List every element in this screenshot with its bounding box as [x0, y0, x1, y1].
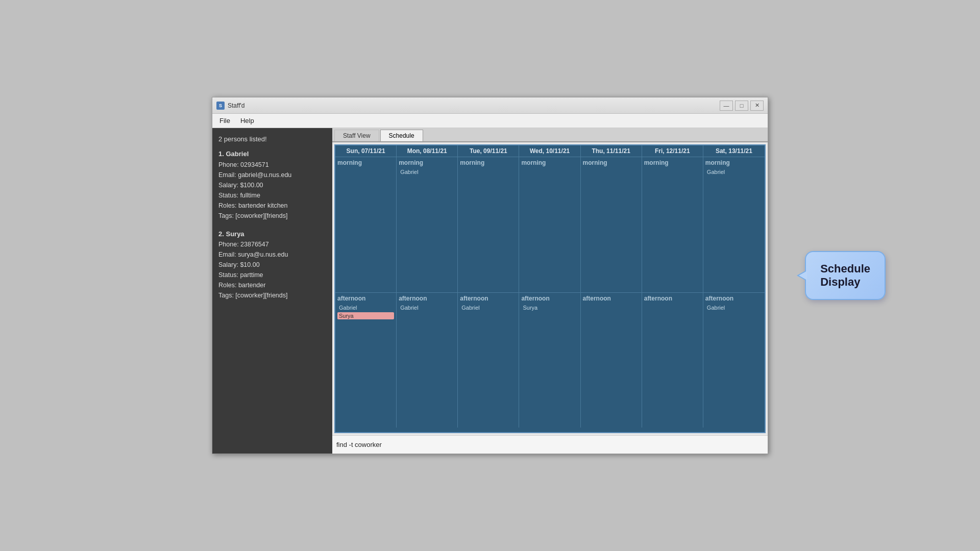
command-bar: [332, 435, 768, 454]
person-2-name: 2. Surya: [218, 229, 326, 240]
header-sun: Sun, 07/11/21: [335, 145, 397, 157]
tue-morning-label: morning: [460, 159, 517, 166]
person-2-salary: Salary: $10.00: [218, 260, 326, 270]
schedule-display-callout: Schedule Display: [805, 251, 886, 300]
tue-afternoon-gabriel: Gabriel: [460, 304, 517, 311]
fri-afternoon-label: afternoon: [644, 295, 701, 302]
header-mon: Mon, 08/11/21: [397, 145, 458, 157]
sat-morning-gabriel: Gabriel: [705, 168, 763, 176]
schedule-area: Sun, 07/11/21 Mon, 08/11/21 Tue, 09/11/2…: [332, 142, 768, 435]
sun-morning-label: morning: [337, 159, 394, 166]
person-2-roles: Roles: bartender: [218, 280, 326, 290]
col-sat: morning Gabriel afternoon Gabriel: [703, 157, 765, 428]
thu-afternoon-label: afternoon: [583, 295, 640, 302]
tabs-bar: Staff View Schedule: [332, 128, 768, 142]
content-area: 2 persons listed! 1. Gabriel Phone: 0293…: [212, 128, 768, 454]
header-sat: Sat, 13/11/21: [703, 145, 765, 157]
person-2-email: Email: surya@u.nus.edu: [218, 249, 326, 260]
sun-morning: morning: [335, 157, 396, 293]
maximize-button[interactable]: □: [735, 101, 748, 111]
sat-afternoon-gabriel: Gabriel: [705, 304, 763, 311]
header-wed: Wed, 10/11/21: [519, 145, 580, 157]
schedule-grid: Sun, 07/11/21 Mon, 08/11/21 Tue, 09/11/2…: [334, 144, 766, 433]
col-thu: morning afternoon: [581, 157, 642, 428]
wed-afternoon-label: afternoon: [521, 295, 578, 302]
tue-afternoon-label: afternoon: [460, 295, 517, 302]
window-controls: — □ ✕: [720, 101, 764, 111]
title-bar: S Staff'd — □ ✕: [212, 97, 768, 114]
sun-afternoon-surya: Surya: [337, 312, 394, 319]
person-1-phone: Phone: 02934571: [218, 160, 326, 170]
app-icon: S: [216, 102, 225, 110]
close-button[interactable]: ✕: [750, 101, 764, 111]
header-thu: Thu, 11/11/21: [581, 145, 642, 157]
person-count: 2 persons listed!: [218, 134, 326, 145]
thu-morning: morning: [581, 157, 642, 293]
tue-afternoon: afternoon Gabriel: [458, 293, 519, 428]
grid-body: morning afternoon Gabriel Surya: [335, 157, 765, 428]
col-fri: morning afternoon: [642, 157, 703, 428]
mon-morning: morning Gabriel: [397, 157, 457, 293]
person-1-status: Status: fulltime: [218, 190, 326, 201]
tue-morning: morning: [458, 157, 519, 293]
menu-help[interactable]: Help: [235, 115, 259, 127]
col-mon: morning Gabriel afternoon Gabriel: [397, 157, 458, 428]
thu-morning-label: morning: [583, 159, 640, 166]
fri-afternoon: afternoon: [642, 293, 703, 428]
main-area: Staff View Schedule Sun, 07/11/21 Mon, 0…: [332, 128, 768, 454]
command-input[interactable]: [336, 441, 764, 448]
person-2-block: 2. Surya Phone: 23876547 Email: surya@u.…: [218, 229, 326, 301]
wed-morning-label: morning: [521, 159, 578, 166]
person-2-phone: Phone: 23876547: [218, 239, 326, 249]
sun-afternoon: afternoon Gabriel Surya: [335, 293, 396, 428]
col-wed: morning afternoon Surya: [519, 157, 580, 428]
col-sun: morning afternoon Gabriel Surya: [335, 157, 397, 428]
fri-morning-label: morning: [644, 159, 701, 166]
person-1-block: 1. Gabriel Phone: 02934571 Email: gabrie…: [218, 149, 326, 221]
menu-file[interactable]: File: [214, 115, 235, 127]
wed-morning: morning: [519, 157, 580, 293]
mon-morning-gabriel: Gabriel: [399, 168, 455, 176]
sat-morning: morning Gabriel: [703, 157, 765, 293]
person-1-salary: Salary: $100.00: [218, 180, 326, 190]
person-1-tags: Tags: [coworker][friends]: [218, 211, 326, 221]
wed-afternoon: afternoon Surya: [519, 293, 580, 428]
person-1-roles: Roles: bartender kitchen: [218, 201, 326, 211]
tab-schedule[interactable]: Schedule: [380, 130, 423, 141]
minimize-button[interactable]: —: [720, 101, 733, 111]
wed-afternoon-surya: Surya: [521, 304, 578, 311]
mon-afternoon-gabriel: Gabriel: [399, 304, 455, 311]
sat-morning-label: morning: [705, 159, 763, 166]
fri-morning: morning: [642, 157, 703, 293]
col-tue: morning afternoon Gabriel: [458, 157, 519, 428]
person-1-name: 1. Gabriel: [218, 149, 326, 160]
header-tue: Tue, 09/11/21: [458, 145, 519, 157]
main-window: S Staff'd — □ ✕ File Help 2 persons list…: [212, 97, 768, 454]
sun-afternoon-label: afternoon: [337, 295, 394, 302]
sat-afternoon-label: afternoon: [705, 295, 763, 302]
person-1-email: Email: gabriel@u.nus.edu: [218, 170, 326, 180]
window-title: Staff'd: [228, 102, 720, 109]
header-fri: Fri, 12/11/21: [642, 145, 703, 157]
sidebar: 2 persons listed! 1. Gabriel Phone: 0293…: [212, 128, 332, 454]
sun-afternoon-gabriel: Gabriel: [337, 304, 394, 311]
mon-afternoon-label: afternoon: [399, 295, 455, 302]
sat-afternoon: afternoon Gabriel: [703, 293, 765, 428]
grid-header: Sun, 07/11/21 Mon, 08/11/21 Tue, 09/11/2…: [335, 145, 765, 157]
menu-bar: File Help: [212, 114, 768, 128]
mon-morning-label: morning: [399, 159, 455, 166]
person-2-status: Status: parttime: [218, 270, 326, 280]
mon-afternoon: afternoon Gabriel: [397, 293, 457, 428]
tab-staff-view[interactable]: Staff View: [334, 130, 379, 141]
thu-afternoon: afternoon: [581, 293, 642, 428]
person-2-tags: Tags: [coworker][friends]: [218, 290, 326, 300]
